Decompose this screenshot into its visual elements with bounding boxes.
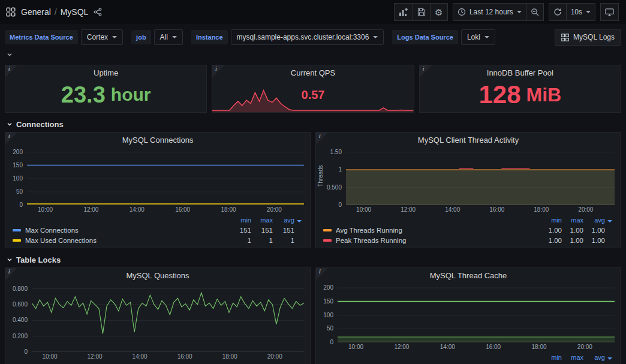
legend-sort-min[interactable]: min	[540, 216, 562, 224]
stat-value: 128 MiB	[478, 77, 561, 112]
variable-label: Logs Data Source	[392, 30, 458, 44]
legend-header: minmaxavg	[323, 353, 615, 362]
gear-icon: ⚙	[435, 8, 443, 17]
legend-sort-max[interactable]: max	[562, 354, 583, 361]
variable-selected-value: All	[160, 33, 168, 41]
mysql-logs-button-label: MySQL Logs	[573, 33, 615, 41]
panel-info-icon[interactable]: i	[5, 133, 17, 145]
x-axis-tick-label: 20:00	[263, 353, 287, 360]
share-icon[interactable]	[94, 8, 102, 16]
x-axis-tick-label: 12:00	[79, 206, 103, 213]
y-axis-tick-label: 0.600	[13, 301, 28, 308]
legend-series-toggle[interactable]: Max Used Connections111	[13, 235, 304, 245]
add-panel-button[interactable]	[394, 3, 413, 21]
legend-sort-max[interactable]: max	[562, 216, 583, 224]
y-axis-tick-label: 0.400	[13, 317, 28, 323]
panel-info-icon[interactable]: i	[316, 133, 328, 145]
dashboard-settings-button[interactable]: ⚙	[430, 3, 448, 21]
series-color-icon	[13, 239, 21, 242]
x-axis-tick-label: 14:00	[128, 353, 152, 360]
caret-down-icon	[586, 11, 591, 13]
x-axis-tick-label: 10:00	[344, 344, 368, 350]
variable-value-dropdown[interactable]: mysql.sample-apps.svc.cluster.local:3306	[231, 29, 384, 45]
variable-label: job	[131, 30, 151, 44]
caret-down-icon	[172, 36, 177, 38]
panel-innodb-buffer-pool: i InnoDB Buffer Pool 128 MiB	[419, 65, 621, 113]
refresh-interval-picker[interactable]: 10s	[566, 3, 595, 21]
chart-plot[interactable]	[338, 282, 615, 342]
variable-label: Instance	[191, 30, 228, 44]
zoom-out-icon	[531, 8, 539, 16]
time-range-picker[interactable]: Last 12 hours	[453, 3, 526, 21]
variable-value-dropdown[interactable]: Loki	[461, 29, 495, 45]
panel-title[interactable]: MySQL Questions	[5, 268, 310, 282]
series-color-icon	[323, 239, 332, 242]
breadcrumb: General / MySQL	[21, 7, 88, 17]
y-axis-tick-label: 50	[16, 188, 23, 195]
legend-value: 151	[273, 227, 294, 234]
panel-info-icon[interactable]: i	[316, 268, 328, 280]
panel-title[interactable]: Current QPS	[291, 68, 335, 77]
x-axis: 10:0012:0014:0016:0018:0020:00	[5, 352, 310, 362]
navbar: General / MySQL ⚙ Last 12 hours	[0, 0, 626, 24]
variable-selected-value: mysql.sample-apps.svc.cluster.local:3306	[237, 33, 369, 41]
collapsed-row-chevron-icon[interactable]	[6, 51, 13, 58]
x-axis-tick-label: 20:00	[574, 206, 598, 213]
panel-info-icon[interactable]: i	[5, 268, 17, 280]
x-axis-tick-label: 14:00	[441, 206, 465, 213]
panel-title[interactable]: Uptime	[94, 68, 118, 77]
chart-plot[interactable]	[346, 147, 615, 205]
x-axis-tick-label: 16:00	[481, 344, 505, 350]
caret-down-icon[interactable]	[297, 220, 302, 222]
legend-sort-max[interactable]: max	[251, 216, 273, 224]
x-axis-tick-label: 20:00	[573, 344, 597, 350]
zoom-out-button[interactable]	[526, 3, 544, 21]
refresh-button[interactable]	[549, 3, 567, 21]
y-axis-tick-label: 0	[330, 339, 333, 345]
x-axis-tick-label: 12:00	[390, 344, 414, 350]
mysql-logs-button[interactable]: MySQL Logs	[555, 29, 621, 46]
variable-value-dropdown[interactable]: All	[154, 29, 183, 45]
caret-down-icon[interactable]	[607, 220, 612, 222]
legend-sort-avg[interactable]: avg	[583, 354, 605, 361]
legend-value: 1	[273, 237, 294, 244]
breadcrumb-dashboard[interactable]: MySQL	[61, 7, 89, 17]
y-axis-tick-label: 1.50	[330, 149, 342, 155]
panel-info-icon[interactable]: i	[420, 65, 432, 77]
series-color-icon	[323, 229, 332, 231]
legend-sort-min[interactable]: min	[230, 216, 251, 224]
y-axis: 050100150200	[5, 147, 27, 205]
panel-title[interactable]: MySQL Connections	[5, 133, 310, 147]
save-dashboard-button[interactable]	[413, 3, 431, 21]
legend-series-toggle[interactable]: Avg Threads Running1.001.001.00	[323, 225, 615, 235]
panel-info-icon[interactable]: i	[212, 65, 224, 77]
legend-series-toggle[interactable]: Max Connections151151151	[13, 225, 304, 235]
legend-sort-avg[interactable]: avg	[583, 216, 605, 224]
panel-title[interactable]: MySQL Client Thread Activity	[316, 133, 621, 147]
caret-down-icon[interactable]	[607, 357, 612, 360]
x-axis-tick-label: 18:00	[529, 206, 553, 213]
apps-grid-icon[interactable]	[6, 7, 16, 17]
panel-title[interactable]: MySQL Thread Cache	[316, 268, 621, 282]
legend-series-toggle[interactable]: Peak Threads Running1.001.001.00	[323, 235, 615, 245]
x-axis-tick-label: 18:00	[527, 344, 551, 350]
panel-info-icon[interactable]: i	[5, 65, 17, 77]
panel-title[interactable]: InnoDB Buffer Pool	[487, 68, 553, 77]
legend-sort-avg[interactable]: avg	[273, 216, 294, 224]
y-axis-tick-label: 0	[19, 201, 23, 208]
panels-grid-icon	[561, 34, 569, 41]
breadcrumb-folder[interactable]: General	[21, 7, 51, 17]
chart-plot[interactable]	[27, 147, 304, 205]
chart-legend: minmaxavgAvg Threads Running1.001.001.00…	[316, 215, 621, 248]
chevron-down-icon	[6, 256, 13, 263]
legend-sort-min[interactable]: min	[540, 354, 562, 361]
x-axis-tick-label: 16:00	[171, 206, 195, 213]
row-header-connections[interactable]: Connections	[6, 119, 621, 130]
y-axis-tick-label: 0.500	[327, 184, 342, 191]
row-header-table-locks[interactable]: Table Locks	[6, 254, 621, 265]
x-axis-tick-label: 10:00	[352, 206, 376, 213]
y-axis-tick-label: 50	[327, 325, 333, 332]
chart-plot[interactable]	[32, 282, 304, 352]
variable-value-dropdown[interactable]: Cortex	[81, 29, 123, 45]
kiosk-mode-button[interactable]	[600, 3, 619, 21]
